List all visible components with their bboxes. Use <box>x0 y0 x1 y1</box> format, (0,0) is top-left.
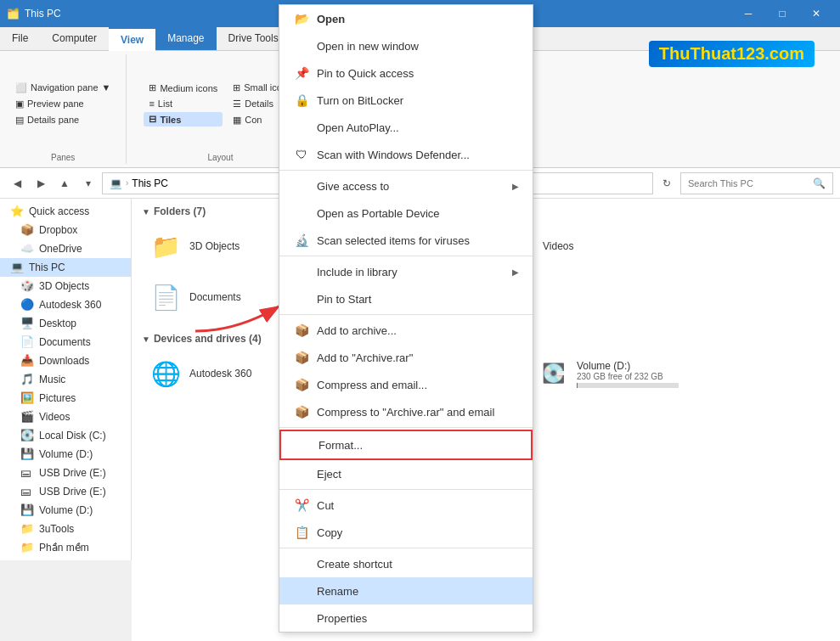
cm-sep3 <box>279 314 533 315</box>
cm-virus-icon: 🔬 <box>293 232 310 249</box>
refresh-button[interactable]: ↻ <box>657 173 677 194</box>
cm-copy-icon: 📋 <box>293 524 310 541</box>
search-input[interactable] <box>688 178 809 188</box>
tile-videos-info: Videos <box>543 240 573 252</box>
medium-icons-button[interactable]: ⊞ Medium icons <box>144 81 223 95</box>
tab-view[interactable]: View <box>109 27 155 51</box>
cm-add-archive-rar[interactable]: 📦 Add to "Archive.rar" <box>279 344 533 371</box>
cm-scan-defender[interactable]: 🛡 Scan with Windows Defender... <box>279 141 533 168</box>
tab-file[interactable]: File <box>0 27 40 50</box>
panes-label: Panes <box>51 153 75 164</box>
cm-bitlocker-icon: 🔒 <box>293 92 310 109</box>
desktop-icon: 🖥️ <box>20 317 34 330</box>
tile-volume-d-icon: 💽 <box>536 357 570 391</box>
sidebar-item-music[interactable]: 🎵 Music <box>0 370 131 389</box>
forward-button[interactable]: ▶ <box>31 173 51 194</box>
cm-sep2 <box>279 256 533 256</box>
cm-eject[interactable]: Eject <box>279 460 533 487</box>
cm-compress-email[interactable]: 📦 Compress and email... <box>279 371 533 398</box>
cm-copy[interactable]: 📋 Copy <box>279 519 533 546</box>
cm-cut-icon: ✂️ <box>293 497 310 514</box>
tile-volume-d[interactable]: 💽 Volume (D:) 230 GB free of 232 GB <box>529 351 716 396</box>
cm-open[interactable]: 📂 Open <box>279 5 533 32</box>
sidebar: ⭐ Quick access 📦 Dropbox ☁️ OneDrive 💻 T… <box>0 199 132 560</box>
cm-create-shortcut[interactable]: Create shortcut <box>279 550 533 577</box>
cm-cut[interactable]: ✂️ Cut <box>279 492 533 519</box>
nav-pane-arrow: ▼ <box>102 82 111 93</box>
tab-manage[interactable]: Manage <box>155 27 216 50</box>
sidebar-item-desktop[interactable]: 🖥️ Desktop <box>0 314 131 333</box>
cm-format[interactable]: Format... <box>279 430 533 460</box>
back-button[interactable]: ◀ <box>7 173 27 194</box>
cm-rename[interactable]: Rename <box>279 577 533 604</box>
sidebar-item-phan-mem[interactable]: 📁 Phần mềm <box>0 538 131 557</box>
details-pane-button[interactable]: ▤ Details pane <box>10 113 116 127</box>
autodesk-icon: 🔵 <box>20 298 34 312</box>
cm-pin-icon: 📌 <box>293 65 310 82</box>
cm-open-new-window[interactable]: Open in new window <box>279 32 533 59</box>
cm-sep5 <box>279 489 533 490</box>
sidebar-item-volume-d[interactable]: 💾 Volume (D:) <box>0 445 131 464</box>
ribbon-group-panes: ⬜ Navigation pane ▼ ▣ Preview pane ▤ Det… <box>7 54 127 164</box>
tile-3d-icon: 📁 <box>149 229 183 263</box>
sidebar-item-usb-e1[interactable]: 🖴 USB Drive (E:) <box>0 464 131 482</box>
cm-give-access[interactable]: Give access to ▶ <box>279 172 533 200</box>
sidebar-item-3utools[interactable]: 📁 3uTools <box>0 520 131 538</box>
cm-bitlocker[interactable]: 🔒 Turn on BitLocker <box>279 87 533 114</box>
cm-compress-rar-icon: 📦 <box>293 403 310 420</box>
close-button[interactable]: ✕ <box>799 0 833 27</box>
sidebar-item-this-pc[interactable]: 💻 This PC <box>0 258 131 277</box>
small-icons-icon: ⊞ <box>233 82 240 93</box>
nav-pane-button[interactable]: ⬜ Navigation pane ▼ <box>10 81 116 95</box>
sidebar-item-videos[interactable]: 🎬 Videos <box>0 408 131 426</box>
tiles-button[interactable]: ⊟ Tiles <box>144 112 223 127</box>
usb-e1-icon: 🖴 <box>20 466 34 480</box>
cm-open-portable[interactable]: Open as Portable Device <box>279 200 533 227</box>
cm-pin-start[interactable]: Pin to Start <box>279 285 533 312</box>
list-button[interactable]: ≡ List <box>144 97 223 110</box>
cm-add-archive[interactable]: 📦 Add to archive... <box>279 317 533 344</box>
cm-scan-viruses[interactable]: 🔬 Scan selected items for viruses <box>279 227 533 254</box>
cm-pin-quick[interactable]: 📌 Pin to Quick access <box>279 59 533 87</box>
sidebar-item-volume-d2[interactable]: 💾 Volume (D:) <box>0 501 131 520</box>
preview-pane-icon: ▣ <box>15 98 24 110</box>
cm-portable-icon <box>293 205 310 222</box>
usb-e2-icon: 🖴 <box>20 485 34 498</box>
sidebar-item-pictures[interactable]: 🖼️ Pictures <box>0 389 131 408</box>
up-button[interactable]: ▲ <box>54 173 75 194</box>
panes-items: ⬜ Navigation pane ▼ ▣ Preview pane ▤ Det… <box>10 58 116 149</box>
sidebar-item-onedrive[interactable]: ☁️ OneDrive <box>0 239 131 258</box>
tab-computer[interactable]: Computer <box>40 27 109 50</box>
preview-pane-button[interactable]: ▣ Preview pane <box>10 97 116 111</box>
sidebar-item-usb-e2[interactable]: 🖴 USB Drive (E:) <box>0 482 131 501</box>
music-icon: 🎵 <box>20 373 34 386</box>
search-bar[interactable]: 🔍 <box>680 172 833 194</box>
cm-library-icon <box>293 263 310 280</box>
cm-properties[interactable]: Properties <box>279 604 533 632</box>
search-icon: 🔍 <box>813 177 826 189</box>
window-icon: 🗂️ <box>7 8 20 20</box>
cm-include-library[interactable]: Include in library ▶ <box>279 258 533 285</box>
panes-column: ⬜ Navigation pane ▼ ▣ Preview pane ▤ Det… <box>10 81 116 127</box>
details-pane-icon: ▤ <box>15 115 24 126</box>
minimize-button[interactable]: ─ <box>731 0 765 27</box>
sidebar-item-downloads[interactable]: 📥 Downloads <box>0 351 131 370</box>
sidebar-wrapper: ⭐ Quick access 📦 Dropbox ☁️ OneDrive 💻 T… <box>0 199 132 641</box>
cm-format-icon <box>295 436 312 453</box>
folders-chevron: ▼ <box>142 207 150 216</box>
maximize-button[interactable]: □ <box>765 0 799 27</box>
cm-compress-rar-email[interactable]: 📦 Compress to "Archive.rar" and email <box>279 398 533 425</box>
volume-d-progress-fill <box>577 383 578 388</box>
sidebar-item-dropbox[interactable]: 📦 Dropbox <box>0 221 131 239</box>
context-menu: 📂 Open Open in new window 📌 Pin to Quick… <box>279 4 533 633</box>
sidebar-item-autodesk[interactable]: 🔵 Autodesk 360 <box>0 295 131 314</box>
dropbox-icon: 📦 <box>20 223 34 237</box>
sidebar-item-3d-objects[interactable]: 🎲 3D Objects <box>0 277 131 295</box>
sidebar-item-quick-access[interactable]: ⭐ Quick access <box>0 202 131 221</box>
sidebar-item-documents[interactable]: 📄 Documents <box>0 333 131 351</box>
cm-autoplay[interactable]: Open AutoPlay... <box>279 114 533 141</box>
sidebar-item-local-disk[interactable]: 💽 Local Disk (C:) <box>0 426 131 445</box>
recent-button[interactable]: ▾ <box>78 173 99 194</box>
tile-volume-d-info: Volume (D:) 230 GB free of 232 GB <box>577 360 679 388</box>
red-arrow <box>187 289 289 342</box>
